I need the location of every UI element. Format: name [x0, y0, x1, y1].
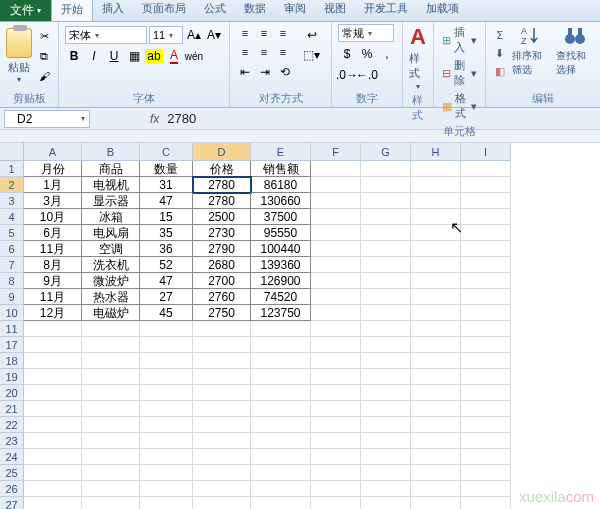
- cell-C1[interactable]: 数量: [140, 161, 193, 177]
- row-header[interactable]: 25: [0, 465, 24, 481]
- column-header-A[interactable]: A: [24, 143, 82, 161]
- cell-F9[interactable]: [311, 289, 361, 305]
- cell-A8[interactable]: 9月: [24, 273, 82, 289]
- cell-D24[interactable]: [193, 449, 251, 465]
- align-right-icon[interactable]: ≡: [274, 43, 292, 61]
- tab-数据[interactable]: 数据: [235, 0, 275, 21]
- tab-页面布局[interactable]: 页面布局: [133, 0, 195, 21]
- cell-H11[interactable]: [411, 321, 461, 337]
- cell-F25[interactable]: [311, 465, 361, 481]
- cell-I22[interactable]: [461, 417, 511, 433]
- cell-A4[interactable]: 10月: [24, 209, 82, 225]
- cell-I24[interactable]: [461, 449, 511, 465]
- row-header[interactable]: 6: [0, 241, 24, 257]
- cell-D19[interactable]: [193, 369, 251, 385]
- fill-color-button[interactable]: ab: [145, 47, 163, 65]
- column-header-H[interactable]: H: [411, 143, 461, 161]
- cell-D7[interactable]: 2680: [193, 257, 251, 273]
- cell-E3[interactable]: 130660: [251, 193, 311, 209]
- row-header[interactable]: 10: [0, 305, 24, 321]
- cell-F3[interactable]: [311, 193, 361, 209]
- align-bottom-icon[interactable]: ≡: [274, 24, 292, 42]
- cell-A1[interactable]: 月份: [24, 161, 82, 177]
- row-header[interactable]: 8: [0, 273, 24, 289]
- orientation-icon[interactable]: ⟲: [276, 63, 294, 81]
- row-header[interactable]: 3: [0, 193, 24, 209]
- cell-E11[interactable]: [251, 321, 311, 337]
- cell-G5[interactable]: [361, 225, 411, 241]
- percent-icon[interactable]: %: [358, 45, 376, 63]
- cell-H9[interactable]: [411, 289, 461, 305]
- decrease-decimal-icon[interactable]: ←.0: [358, 66, 376, 84]
- row-header[interactable]: 18: [0, 353, 24, 369]
- cell-B21[interactable]: [82, 401, 140, 417]
- cell-I21[interactable]: [461, 401, 511, 417]
- select-all-corner[interactable]: [0, 143, 24, 161]
- cell-A26[interactable]: [24, 481, 82, 497]
- autosum-icon[interactable]: Σ: [492, 27, 508, 43]
- cell-C2[interactable]: 31: [140, 177, 193, 193]
- cell-B6[interactable]: 空调: [82, 241, 140, 257]
- cell-B4[interactable]: 冰箱: [82, 209, 140, 225]
- cell-G23[interactable]: [361, 433, 411, 449]
- cell-H19[interactable]: [411, 369, 461, 385]
- cell-I20[interactable]: [461, 385, 511, 401]
- cell-E25[interactable]: [251, 465, 311, 481]
- cell-A3[interactable]: 3月: [24, 193, 82, 209]
- cell-G26[interactable]: [361, 481, 411, 497]
- cell-H18[interactable]: [411, 353, 461, 369]
- cell-G25[interactable]: [361, 465, 411, 481]
- number-format-combo[interactable]: 常规▾: [338, 24, 394, 42]
- cell-G3[interactable]: [361, 193, 411, 209]
- column-header-F[interactable]: F: [311, 143, 361, 161]
- row-header[interactable]: 22: [0, 417, 24, 433]
- cell-G17[interactable]: [361, 337, 411, 353]
- cell-I8[interactable]: [461, 273, 511, 289]
- cell-A19[interactable]: [24, 369, 82, 385]
- column-header-C[interactable]: C: [140, 143, 193, 161]
- cell-D11[interactable]: [193, 321, 251, 337]
- cell-F24[interactable]: [311, 449, 361, 465]
- cell-E9[interactable]: 74520: [251, 289, 311, 305]
- cell-F23[interactable]: [311, 433, 361, 449]
- cell-F1[interactable]: [311, 161, 361, 177]
- cell-I2[interactable]: [461, 177, 511, 193]
- tab-开始[interactable]: 开始: [51, 0, 93, 21]
- cell-B10[interactable]: 电磁炉: [82, 305, 140, 321]
- font-name-combo[interactable]: 宋体▾: [65, 26, 147, 44]
- cell-F18[interactable]: [311, 353, 361, 369]
- cell-F19[interactable]: [311, 369, 361, 385]
- cell-I19[interactable]: [461, 369, 511, 385]
- cell-H21[interactable]: [411, 401, 461, 417]
- cell-B23[interactable]: [82, 433, 140, 449]
- cell-I18[interactable]: [461, 353, 511, 369]
- cell-C6[interactable]: 36: [140, 241, 193, 257]
- cell-I6[interactable]: [461, 241, 511, 257]
- cell-G19[interactable]: [361, 369, 411, 385]
- cell-B27[interactable]: [82, 497, 140, 509]
- cell-C11[interactable]: [140, 321, 193, 337]
- cell-C27[interactable]: [140, 497, 193, 509]
- cell-B24[interactable]: [82, 449, 140, 465]
- cell-B17[interactable]: [82, 337, 140, 353]
- cell-I10[interactable]: [461, 305, 511, 321]
- cell-B1[interactable]: 商品: [82, 161, 140, 177]
- cell-E18[interactable]: [251, 353, 311, 369]
- cell-C25[interactable]: [140, 465, 193, 481]
- tab-开发工具[interactable]: 开发工具: [355, 0, 417, 21]
- cell-G24[interactable]: [361, 449, 411, 465]
- cell-H5[interactable]: [411, 225, 461, 241]
- cell-D8[interactable]: 2700: [193, 273, 251, 289]
- row-header[interactable]: 9: [0, 289, 24, 305]
- cell-F6[interactable]: [311, 241, 361, 257]
- cell-F11[interactable]: [311, 321, 361, 337]
- cell-C23[interactable]: [140, 433, 193, 449]
- cell-B18[interactable]: [82, 353, 140, 369]
- cell-A25[interactable]: [24, 465, 82, 481]
- cell-F17[interactable]: [311, 337, 361, 353]
- paste-button[interactable]: 粘贴 ▾: [6, 24, 32, 84]
- row-header[interactable]: 4: [0, 209, 24, 225]
- column-header-G[interactable]: G: [361, 143, 411, 161]
- cell-E2[interactable]: 86180: [251, 177, 311, 193]
- format-painter-icon[interactable]: 🖌: [36, 68, 52, 84]
